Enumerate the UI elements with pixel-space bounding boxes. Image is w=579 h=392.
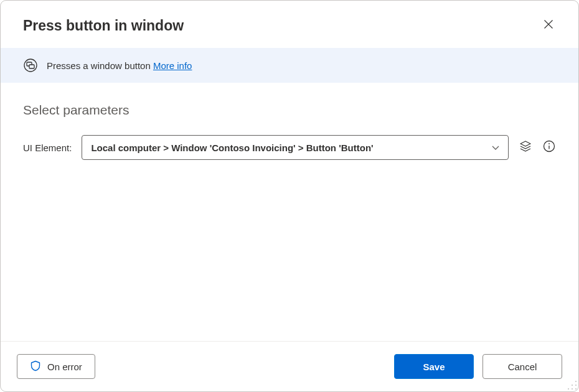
dialog-body: Select parameters UI Element: Local comp… — [1, 83, 578, 341]
close-button[interactable] — [539, 16, 558, 35]
info-description: Presses a window button — [47, 60, 151, 71]
ui-element-dropdown[interactable]: Local computer > Window 'Contoso Invoici… — [82, 135, 509, 160]
on-error-label: On error — [47, 362, 82, 372]
ui-element-value: Local computer > Window 'Contoso Invoici… — [91, 142, 489, 153]
svg-rect-2 — [29, 65, 34, 68]
dialog-footer: On error Save Cancel — [1, 341, 578, 391]
info-text: Presses a window button More info — [47, 60, 192, 71]
ui-element-row: UI Element: Local computer > Window 'Con… — [23, 135, 556, 160]
cancel-button[interactable]: Cancel — [482, 354, 562, 379]
chevron-down-icon — [489, 141, 502, 154]
info-circle-icon — [543, 140, 555, 155]
section-title: Select parameters — [23, 103, 556, 118]
on-error-button[interactable]: On error — [17, 354, 95, 379]
dialog-title: Press button in window — [23, 17, 539, 34]
parameter-info-button[interactable] — [542, 141, 556, 154]
ui-element-picker-button[interactable] — [519, 141, 532, 154]
dialog: Press button in window Presses a window … — [0, 0, 579, 392]
svg-point-4 — [548, 143, 550, 144]
more-info-link[interactable]: More info — [153, 60, 192, 71]
dialog-header: Press button in window — [1, 1, 578, 48]
shield-icon — [30, 360, 41, 373]
save-button[interactable]: Save — [394, 354, 474, 379]
ui-element-label: UI Element: — [23, 142, 72, 153]
layers-icon — [519, 140, 532, 155]
action-icon — [23, 58, 38, 73]
close-icon — [544, 19, 553, 32]
info-bar: Presses a window button More info — [1, 48, 578, 83]
